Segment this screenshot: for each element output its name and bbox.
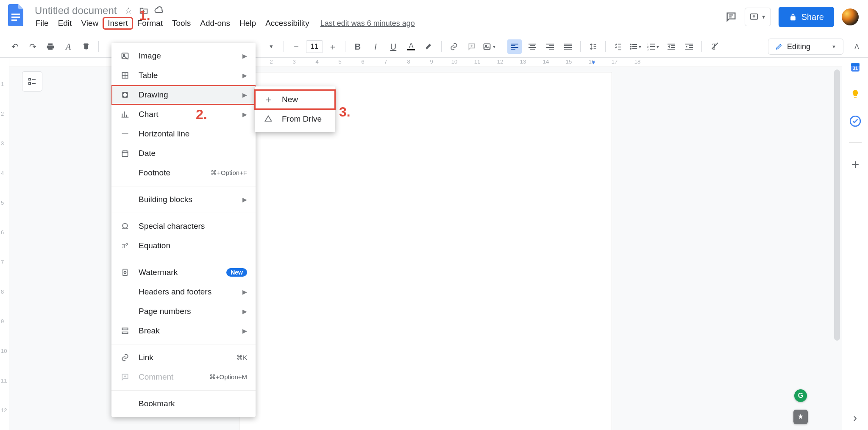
svg-rect-38 bbox=[685, 44, 693, 44]
insert-menu-building-blocks[interactable]: Building blocks▶ bbox=[111, 190, 256, 209]
open-comments-button[interactable] bbox=[725, 8, 737, 26]
font-size-increase[interactable]: ＋ bbox=[326, 39, 340, 54]
insert-menu-image[interactable]: Image▶ bbox=[111, 46, 256, 66]
insert-menu-footnote[interactable]: Footnote⌘+Option+F bbox=[111, 163, 256, 183]
clear-formatting-button[interactable]: T bbox=[707, 39, 721, 54]
insert-link-button[interactable] bbox=[447, 39, 461, 54]
insert-menu-watermark[interactable]: WatermarkNew bbox=[111, 263, 256, 282]
vertical-ruler: 1234567891011121314 bbox=[0, 58, 9, 430]
align-center-button[interactable] bbox=[525, 39, 540, 54]
present-button[interactable]: ▼ bbox=[745, 8, 771, 26]
svg-rect-12 bbox=[529, 47, 536, 48]
redo-button[interactable]: ↷ bbox=[25, 39, 40, 54]
insert-menu-chart[interactable]: Chart▶ bbox=[111, 105, 256, 124]
indent-increase-button[interactable] bbox=[682, 39, 696, 54]
cloud-status-icon[interactable] bbox=[153, 5, 165, 17]
menu-item-label: Comment bbox=[139, 372, 194, 382]
share-button[interactable]: Share bbox=[779, 7, 834, 27]
insert-menu-horizontal-line[interactable]: Horizontal line bbox=[111, 124, 256, 144]
menu-help[interactable]: Help bbox=[235, 18, 260, 29]
hruler-tick: 9 bbox=[430, 58, 433, 65]
italic-button[interactable]: I bbox=[368, 39, 383, 54]
explore-button[interactable] bbox=[793, 410, 808, 424]
font-size-value[interactable]: 11 bbox=[306, 40, 323, 53]
spellcheck-button[interactable]: A bbox=[61, 39, 75, 54]
print-button[interactable] bbox=[43, 39, 58, 54]
underline-button[interactable]: U bbox=[386, 39, 401, 54]
header-right: ▼ Share bbox=[725, 3, 861, 27]
insert-menu-headers-and-footers[interactable]: Headers and footers▶ bbox=[111, 282, 256, 302]
grammarly-icon[interactable]: G bbox=[794, 389, 807, 402]
menu-addons[interactable]: Add-ons bbox=[196, 18, 234, 29]
svg-rect-19 bbox=[564, 45, 572, 46]
font-size-decrease[interactable]: − bbox=[289, 39, 303, 54]
svg-point-55 bbox=[124, 272, 126, 274]
toolbar-separator bbox=[98, 41, 99, 52]
hruler-tick: 2 bbox=[270, 58, 273, 65]
right-margin-marker[interactable]: ▾ bbox=[592, 59, 595, 66]
menu-item-label: Break bbox=[139, 326, 234, 336]
menu-accessibility[interactable]: Accessibility bbox=[261, 18, 313, 29]
text-color-button[interactable]: A bbox=[404, 39, 418, 54]
insert-menu-drawing[interactable]: Drawing▶ bbox=[111, 85, 256, 105]
numbered-list-button[interactable]: 123▼ bbox=[646, 39, 661, 54]
undo-button[interactable]: ↶ bbox=[8, 39, 22, 54]
menu-insert[interactable]: Insert bbox=[103, 18, 132, 29]
menu-edit[interactable]: Edit bbox=[54, 18, 76, 29]
collapse-toolbar-button[interactable]: ᐱ bbox=[849, 39, 864, 54]
align-left-button[interactable] bbox=[507, 39, 522, 54]
menu-view[interactable]: View bbox=[77, 18, 103, 29]
checklist-button[interactable] bbox=[611, 39, 625, 54]
insert-comment-button[interactable] bbox=[465, 39, 479, 54]
highlight-button[interactable] bbox=[422, 39, 436, 54]
insert-menu-equation[interactable]: π²Equation bbox=[111, 236, 256, 255]
drawing-submenu-from-drive[interactable]: From Drive bbox=[255, 109, 335, 129]
star-icon[interactable]: ☆ bbox=[122, 5, 134, 17]
collapse-sidepanel-button[interactable]: › bbox=[846, 409, 864, 427]
drawing-submenu-new[interactable]: ＋New bbox=[255, 90, 335, 109]
docs-logo[interactable] bbox=[5, 3, 26, 28]
hruler-tick: 14 bbox=[543, 58, 549, 65]
date-icon bbox=[120, 149, 130, 158]
document-title[interactable]: Untitled document bbox=[32, 4, 119, 17]
bold-button[interactable]: B bbox=[351, 39, 365, 54]
menu-file[interactable]: File bbox=[31, 18, 53, 29]
scrollbar-track[interactable] bbox=[834, 69, 841, 427]
svg-rect-31 bbox=[650, 44, 655, 44]
show-outline-button[interactable] bbox=[22, 71, 42, 92]
editing-mode-button[interactable]: Editing ▼ bbox=[768, 39, 843, 55]
insert-menu-table[interactable]: Table▶ bbox=[111, 66, 256, 85]
floating-buttons: G bbox=[793, 389, 808, 424]
tasks-icon[interactable] bbox=[849, 115, 861, 127]
calendar-icon[interactable]: 31 bbox=[849, 61, 861, 73]
menu-item-label: Watermark bbox=[139, 268, 218, 277]
last-edit-link[interactable]: Last edit was 6 minutes ago bbox=[320, 19, 415, 28]
insert-menu-bookmark[interactable]: Bookmark bbox=[111, 394, 256, 413]
scrollbar-thumb[interactable] bbox=[834, 69, 840, 341]
callout-2: 2. bbox=[196, 107, 207, 122]
keep-icon[interactable] bbox=[849, 88, 861, 100]
menu-tools[interactable]: Tools bbox=[168, 18, 195, 29]
align-right-button[interactable] bbox=[543, 39, 557, 54]
font-dropdown-arrow[interactable]: ▼ bbox=[264, 39, 278, 54]
bulleted-list-button[interactable]: ▼ bbox=[629, 39, 643, 54]
editing-mode-label: Editing bbox=[787, 42, 810, 51]
add-addon-button[interactable]: ＋ bbox=[849, 158, 861, 170]
table-icon bbox=[120, 71, 130, 80]
insert-menu-special-characters[interactable]: ΩSpecial characters bbox=[111, 216, 256, 236]
indent-decrease-button[interactable] bbox=[664, 39, 679, 54]
align-justify-button[interactable] bbox=[561, 39, 575, 54]
svg-rect-1 bbox=[11, 17, 20, 18]
insert-menu-break[interactable]: Break▶ bbox=[111, 321, 256, 341]
insert-menu-page-numbers[interactable]: Page numbers▶ bbox=[111, 302, 256, 321]
paint-format-button[interactable] bbox=[79, 39, 93, 54]
svg-point-24 bbox=[630, 48, 632, 50]
insert-menu-date[interactable]: Date bbox=[111, 144, 256, 163]
vruler-tick: 1 bbox=[1, 81, 4, 87]
insert-image-button[interactable]: ▼ bbox=[482, 39, 497, 54]
account-avatar[interactable] bbox=[842, 8, 859, 25]
insert-menu-link[interactable]: Link⌘K bbox=[111, 348, 256, 367]
hruler-tick: 17 bbox=[612, 58, 618, 65]
insert-menu-comment[interactable]: Comment⌘+Option+M bbox=[111, 367, 256, 387]
line-spacing-button[interactable] bbox=[586, 39, 600, 54]
